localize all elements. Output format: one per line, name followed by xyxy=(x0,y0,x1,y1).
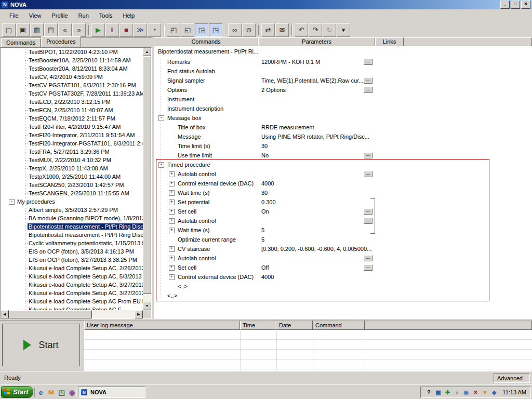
view-grid-button[interactable]: ◳ xyxy=(209,23,222,37)
update-tray-icon[interactable]: ▼ xyxy=(481,389,488,396)
parameter-value[interactable]: 4000 xyxy=(261,272,371,282)
link-button[interactable]: ∞ xyxy=(228,23,242,37)
more-button[interactable]: ▾ xyxy=(337,23,350,37)
skip-button[interactable]: ≫ xyxy=(134,23,147,37)
row-expand-box[interactable]: + xyxy=(169,246,175,252)
tree-item[interactable]: TestMUX, 2/22/2010 4:10:32 PM xyxy=(1,156,143,164)
tab-procedures[interactable]: Procedures xyxy=(41,36,81,47)
parameter-value[interactable]: 2 Options xyxy=(261,85,371,95)
parameter-row[interactable]: Title of box RRDE measurement xyxy=(154,123,532,132)
parameter-row[interactable]: <..> xyxy=(154,291,532,300)
tree-horizontal-scrollbar[interactable]: ◀ ▶ xyxy=(1,310,143,318)
parameter-row[interactable]: + Set cell On .... xyxy=(154,207,532,216)
windows-start-button[interactable]: Start xyxy=(1,386,33,398)
row-expand-box[interactable]: + xyxy=(169,228,175,233)
parameter-row[interactable]: + Set cell Off .... xyxy=(154,263,532,272)
new-procedure-button[interactable]: ▢ xyxy=(2,23,16,37)
log-column-command[interactable]: Command xyxy=(313,321,365,330)
ellipsis-button[interactable]: .... xyxy=(364,255,373,261)
menu-profile[interactable]: Profile xyxy=(46,11,73,20)
restore-button[interactable]: □ xyxy=(511,1,520,9)
volume-tray-icon[interactable]: ♪ xyxy=(453,389,460,396)
row-expand-box[interactable]: + xyxy=(169,256,175,261)
log-column-time[interactable]: Time xyxy=(240,321,276,330)
parameter-row[interactable]: - Message box xyxy=(154,113,532,123)
save-button[interactable]: ▦ xyxy=(30,23,44,37)
parameter-value[interactable]: On xyxy=(261,207,371,216)
tree-item[interactable]: TestECD, 2/22/2010 3:12:15 PM xyxy=(1,98,143,106)
ellipsis-button[interactable]: .... xyxy=(364,171,373,177)
parameter-value[interactable]: Off xyxy=(261,263,371,272)
parameter-row[interactable]: - Timed procedure xyxy=(154,160,532,169)
log-column-message[interactable]: User log message xyxy=(84,321,240,330)
row-expand-box[interactable]: + xyxy=(169,171,175,177)
parameter-row[interactable]: Optimize current range 5 xyxy=(154,235,532,244)
export-button[interactable]: » xyxy=(72,23,86,37)
parameter-row[interactable]: Use time limit No .... xyxy=(154,151,532,160)
tree-item[interactable]: Bipotentiostat measurement - Pt/Pt Ring … xyxy=(1,222,143,231)
column-header-parameters[interactable]: Parameters xyxy=(258,37,375,46)
scroll-down-arrow-icon[interactable]: ▼ xyxy=(143,302,151,310)
mail-icon[interactable]: ✉ xyxy=(47,388,56,397)
parameter-row[interactable]: Time limit (s) 30 xyxy=(154,141,532,151)
ellipsis-button[interactable]: .... xyxy=(364,77,373,84)
parameter-row[interactable]: + Control external device (DAC) 4000 xyxy=(154,179,532,188)
pause-button[interactable]: ‖ xyxy=(105,23,119,37)
parameter-row[interactable]: Signal sampler Time, WE(1).Potential, WE… xyxy=(154,76,532,85)
tree-item[interactable]: TestFI20-Integrator-PGSTAT101, 6/3/2011 … xyxy=(1,139,143,148)
refresh-button[interactable]: ↻ xyxy=(323,23,336,37)
row-expand-box[interactable]: + xyxy=(169,274,175,280)
remove-hardware-tray-icon[interactable]: ✕ xyxy=(472,389,479,396)
tab-commands[interactable]: Commands xyxy=(1,38,41,47)
parameter-row[interactable]: End status Autolab xyxy=(154,66,532,76)
start-measurement-button[interactable]: Start xyxy=(2,324,80,366)
tree-item[interactable]: Cyclic voltammetry potentiostatic, 1/15/… xyxy=(1,239,143,247)
parameter-value[interactable]: 5 xyxy=(261,235,371,244)
tree-item[interactable]: Kikusui e-load Complete Setup AC, 3/27/2… xyxy=(1,281,143,289)
ellipsis-button[interactable]: .... xyxy=(364,152,373,158)
tree-item[interactable]: EIS on OCP (foton), 3/5/2013 4:16:13 PM xyxy=(1,247,143,256)
tree-item[interactable]: TestCV PGSTAT302F, 7/28/2011 11:39:23 AM xyxy=(1,89,143,98)
log-column-date[interactable]: Date xyxy=(276,321,313,330)
tree-item[interactable]: TestCV PGSTAT101, 6/3/2011 2:30:16 PM xyxy=(1,81,143,89)
tree-item[interactable]: TestFRA, 5/27/2011 3:29:36 PM xyxy=(1,148,143,156)
parameter-row[interactable]: Options 2 Options .... xyxy=(154,85,532,95)
help-tray-icon[interactable]: ? xyxy=(425,389,432,396)
run-button[interactable]: ▶ xyxy=(91,23,105,37)
scroll-left-arrow-icon[interactable]: ◀ xyxy=(1,310,9,318)
view-split-horizontal-button[interactable]: ◱ xyxy=(181,23,194,37)
ellipsis-button[interactable]: .... xyxy=(364,264,373,271)
view-split-vertical-button[interactable]: ◲ xyxy=(195,23,208,37)
tree-item[interactable]: TestECN, 2/25/2010 11:40:07 AM xyxy=(1,106,143,114)
parameter-value[interactable]: [0.300, 0.200, -0.600, -0.600, 4, 0.0050… xyxy=(261,244,371,254)
network-tray-icon[interactable]: ◉ xyxy=(462,389,470,396)
column-header-links[interactable]: Links xyxy=(375,37,404,46)
ellipsis-button[interactable]: .... xyxy=(364,208,373,215)
tree-item[interactable]: BA module (Scanning BIPOT mode), 1/8/201… xyxy=(1,214,143,222)
tree-item[interactable]: Bipotentiostat measurement - Pt/Pt Ring … xyxy=(1,231,143,239)
parameter-value[interactable]: 5 xyxy=(261,225,371,235)
row-expand-box[interactable]: + xyxy=(169,200,175,205)
menu-file[interactable]: File xyxy=(4,11,24,20)
tree-item[interactable]: TestCV, 4/2/2010 4:59:09 PM xyxy=(1,73,143,81)
row-expand-box[interactable]: + xyxy=(169,181,175,187)
parameter-value[interactable]: 30 xyxy=(261,188,371,197)
parameter-row[interactable]: + Wait time (s) 5 xyxy=(154,225,532,235)
stop-button[interactable]: ■ xyxy=(119,23,133,37)
parameter-row[interactable]: + CV staircase [0.300, 0.200, -0.600, -0… xyxy=(154,244,532,254)
tree-item[interactable]: - My procedures xyxy=(1,197,143,206)
ellipsis-button[interactable]: .... xyxy=(364,59,373,65)
scroll-up-arrow-icon[interactable]: ▲ xyxy=(143,48,151,56)
redo-button[interactable]: ↷ xyxy=(309,23,322,37)
tree-item[interactable]: Kikusui e-load Complete Setup AC From EU… xyxy=(1,297,143,305)
parameter-value[interactable]: 1200RPM - KOH 0.1 M xyxy=(261,57,371,66)
parameter-value[interactable]: RRDE measurement xyxy=(261,123,371,132)
row-expand-box[interactable]: + xyxy=(169,190,175,196)
horizontal-scroll-thumb[interactable] xyxy=(9,310,92,318)
show-desktop-icon[interactable]: ◳ xyxy=(57,388,66,397)
undo-button[interactable]: ↶ xyxy=(295,23,308,37)
menu-tools[interactable]: Tools xyxy=(94,11,118,20)
tree-item[interactable]: EIS on OCP (foton), 3/27/2013 3:38:25 PM xyxy=(1,256,143,264)
row-expand-box[interactable]: + xyxy=(169,218,175,224)
menu-help[interactable]: Help xyxy=(117,11,140,20)
